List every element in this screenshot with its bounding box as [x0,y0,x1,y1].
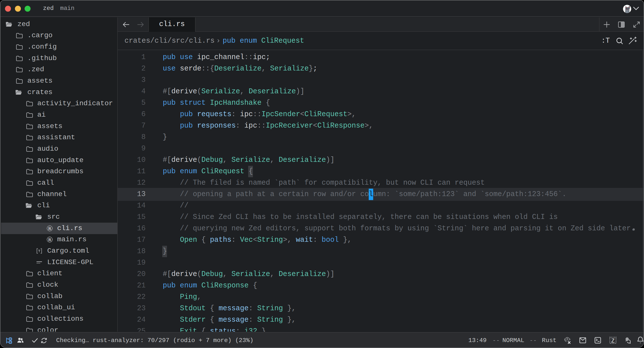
svg-text:Z: Z [611,338,615,344]
